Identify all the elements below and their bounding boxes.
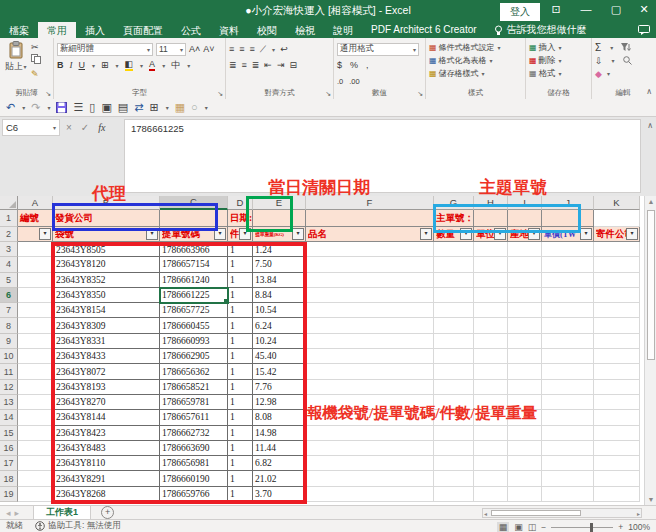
cell-C18[interactable]: 1786660190 xyxy=(160,471,228,486)
row-header-3[interactable]: 3 xyxy=(0,242,18,257)
insert-cells-button[interactable]: ▦插入▾ xyxy=(529,41,588,54)
cell-G4[interactable] xyxy=(434,257,474,272)
cell-D6[interactable]: 1 xyxy=(228,288,253,303)
cell-r2-E2[interactable]: 提單重量(KG)▾ xyxy=(253,227,306,242)
cell-K17[interactable] xyxy=(594,456,640,471)
cell-E10[interactable]: 45.40 xyxy=(253,349,306,364)
cell-D16[interactable]: 1 xyxy=(228,441,253,456)
cell-G19[interactable] xyxy=(434,487,474,502)
cell-I4[interactable] xyxy=(508,257,542,272)
cell-G15[interactable] xyxy=(434,426,474,441)
undo-dropdown-icon[interactable]: ▾ xyxy=(22,104,25,111)
cell-K14[interactable] xyxy=(594,410,640,425)
cell-H8[interactable] xyxy=(474,318,508,333)
cell-F18[interactable] xyxy=(306,471,434,486)
borders-icon[interactable]: ⊞ xyxy=(101,60,109,70)
delete-cells-button[interactable]: ▦刪除▾ xyxy=(529,54,588,67)
cell-B16[interactable]: 23643Y8483 xyxy=(53,441,160,456)
cell-H3[interactable] xyxy=(474,242,508,257)
insert-function-icon[interactable]: fx xyxy=(98,122,105,133)
cell-H13[interactable] xyxy=(474,395,508,410)
select-all-button[interactable] xyxy=(0,196,18,210)
filter-dropdown-icon[interactable]: ▾ xyxy=(292,228,304,240)
cell-K19[interactable] xyxy=(594,487,640,502)
zoom-slider-thumb[interactable] xyxy=(590,523,593,532)
number-dialog-launcher-icon[interactable]: ↘ xyxy=(417,90,423,98)
cell-A15[interactable] xyxy=(18,426,53,441)
cell-A7[interactable] xyxy=(18,303,53,318)
cell-K8[interactable] xyxy=(594,318,640,333)
align-middle-icon[interactable]: ≡ xyxy=(239,44,244,54)
row-header-8[interactable]: 8 xyxy=(0,318,18,333)
currency-format-icon[interactable]: $ xyxy=(337,60,342,70)
cell-r1-K1[interactable] xyxy=(594,210,640,227)
cell-I16[interactable] xyxy=(508,441,542,456)
ribbon-tab-0[interactable]: 檔案 xyxy=(0,22,38,38)
cell-F5[interactable] xyxy=(306,273,434,288)
filter-dropdown-icon[interactable]: ▾ xyxy=(39,228,51,240)
cell-r1-G1[interactable]: 主單號： xyxy=(434,210,474,227)
cell-I12[interactable] xyxy=(508,380,542,395)
touch-mode-icon[interactable]: ☰ xyxy=(73,102,83,113)
clear-icon[interactable]: ◆ xyxy=(595,69,602,79)
row-header-2[interactable]: 2 xyxy=(0,227,18,242)
cell-F14[interactable] xyxy=(306,410,434,425)
cell-E3[interactable]: 1.24 xyxy=(253,242,306,257)
cell-B15[interactable]: 23643Y8423 xyxy=(53,426,160,441)
row-header-12[interactable]: 12 xyxy=(0,380,18,395)
filter-dropdown-icon[interactable]: ▾ xyxy=(626,228,638,240)
cell-r1-E1[interactable] xyxy=(253,210,306,227)
row-header-7[interactable]: 7 xyxy=(0,303,18,318)
cell-A19[interactable] xyxy=(18,487,53,502)
column-header-D[interactable]: D xyxy=(228,196,253,210)
cell-r1-H1[interactable] xyxy=(474,210,508,227)
cell-A8[interactable] xyxy=(18,318,53,333)
row-header-15[interactable]: 15 xyxy=(0,426,18,441)
cell-B19[interactable]: 23643Y8268 xyxy=(53,487,160,502)
cell-C3[interactable]: 1786663966 xyxy=(160,242,228,257)
underline-button[interactable]: U xyxy=(79,60,86,70)
cell-A11[interactable] xyxy=(18,364,53,379)
cell-K13[interactable] xyxy=(594,395,640,410)
cell-D17[interactable]: 1 xyxy=(228,456,253,471)
cell-D7[interactable]: 1 xyxy=(228,303,253,318)
cell-G16[interactable] xyxy=(434,441,474,456)
find-select-icon[interactable] xyxy=(623,56,632,65)
cell-B17[interactable]: 23643Y8110 xyxy=(53,456,160,471)
cell-J5[interactable] xyxy=(542,273,594,288)
cell-r1-J1[interactable] xyxy=(542,210,594,227)
filter-dropdown-icon[interactable]: ▾ xyxy=(214,228,226,240)
cell-J18[interactable] xyxy=(542,471,594,486)
filter-dropdown-icon[interactable]: ▾ xyxy=(580,228,592,240)
cell-G17[interactable] xyxy=(434,456,474,471)
cell-C12[interactable]: 1786658521 xyxy=(160,380,228,395)
cell-E15[interactable]: 14.98 xyxy=(253,426,306,441)
cell-G3[interactable] xyxy=(434,242,474,257)
fill-color-icon[interactable]: ◧ xyxy=(125,59,134,71)
format-painter-icon[interactable]: ✎ xyxy=(31,68,39,81)
cell-H14[interactable] xyxy=(474,410,508,425)
cancel-entry-icon[interactable]: × xyxy=(66,122,72,133)
cell-F11[interactable] xyxy=(306,364,434,379)
cell-I18[interactable] xyxy=(508,471,542,486)
row-header-1[interactable]: 1 xyxy=(0,210,18,227)
cell-A3[interactable] xyxy=(18,242,53,257)
cell-J12[interactable] xyxy=(542,380,594,395)
cell-I11[interactable] xyxy=(508,364,542,379)
cell-C16[interactable]: 1786663690 xyxy=(160,441,228,456)
cell-D14[interactable]: 1 xyxy=(228,410,253,425)
page-layout-view-icon[interactable]: ▣ xyxy=(514,522,523,532)
cell-C4[interactable]: 1786657154 xyxy=(160,257,228,272)
cell-E13[interactable]: 12.98 xyxy=(253,395,306,410)
table-icon[interactable]: ▦ xyxy=(175,102,185,113)
cell-r2-B2[interactable]: 袋號▾ xyxy=(53,227,160,242)
cell-E16[interactable]: 11.44 xyxy=(253,441,306,456)
cell-H18[interactable] xyxy=(474,471,508,486)
undo-icon[interactable]: ↶ xyxy=(6,102,15,113)
ribbon-tab-8[interactable]: 說明 xyxy=(324,22,362,38)
alignment-dialog-launcher-icon[interactable]: ↘ xyxy=(325,90,331,98)
ribbon-tab-5[interactable]: 資料 xyxy=(210,22,248,38)
decrease-decimal-icon[interactable]: .00 xyxy=(349,77,359,86)
row-header-5[interactable]: 5 xyxy=(0,273,18,288)
scroll-right-icon[interactable]: ▸ xyxy=(637,510,640,517)
